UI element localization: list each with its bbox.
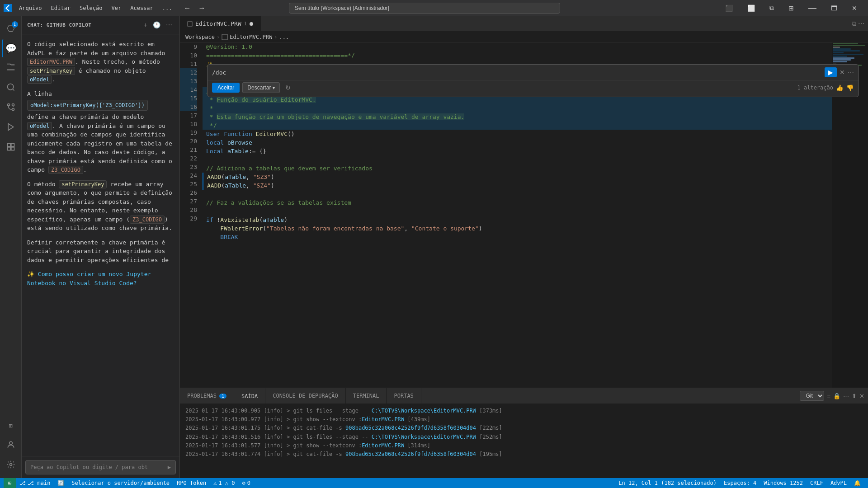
status-encoding[interactable]: Windows 1252	[760, 478, 807, 488]
terminal-close-button[interactable]: ✕	[859, 393, 864, 399]
terminal-label: TERMINAL	[353, 393, 379, 399]
title-search-input[interactable]	[289, 3, 560, 14]
status-branch[interactable]: ⎇ ⎇ main	[16, 478, 54, 488]
status-server[interactable]: Selecionar o servidor/ambiente	[68, 478, 173, 488]
terminal-tab-terminal[interactable]: TERMINAL	[346, 388, 387, 404]
maximize-button[interactable]: 🗖	[824, 0, 844, 16]
more-actions-button[interactable]: ⋯	[858, 20, 864, 27]
editor-area: EditorMVC.PRW 1 ⧉ ⋯ Workspace › EditorMV…	[180, 16, 868, 478]
chat-message-2: A linhaoModel:setPrimaryKey({'Z3_CODIGO'…	[27, 89, 174, 174]
activity-run[interactable]	[2, 119, 20, 137]
breadcrumb-workspace[interactable]: Workspace	[185, 34, 215, 40]
terminal-more-button[interactable]: ⋯	[843, 393, 849, 399]
inline-chat-input[interactable]	[212, 69, 822, 76]
nav-forward[interactable]: →	[195, 4, 208, 12]
line-num-23: 23	[180, 163, 197, 171]
inline-chat-refresh-button[interactable]: ↻	[283, 82, 293, 93]
close-button[interactable]: ✕	[844, 0, 864, 16]
status-language[interactable]: AdvPL	[827, 478, 850, 488]
menu-selecao[interactable]: Seleção	[76, 4, 106, 12]
activity-chat[interactable]: 💬	[2, 39, 20, 57]
extensions-badge: 1	[12, 21, 18, 28]
line-num-25: 25	[180, 180, 197, 188]
branch-icon: ⎇	[19, 480, 26, 486]
app-icon	[4, 4, 12, 12]
inline-chat-more[interactable]: ⋯	[848, 69, 854, 76]
status-line-ending[interactable]: CRLF	[807, 478, 827, 488]
send-icon[interactable]: ▶	[168, 464, 171, 470]
layout-button-4[interactable]: ⊞	[781, 0, 801, 16]
code-line-16: */	[203, 121, 832, 130]
inline-chat-accept-button[interactable]: Aceitar	[212, 83, 240, 93]
status-remote[interactable]: ⊞	[4, 478, 16, 488]
status-rpo[interactable]: RPO Token	[173, 478, 210, 488]
change-thumb-up[interactable]: 👍	[836, 84, 844, 91]
terminal-tab-debug-console[interactable]: CONSOLE DE DEPURAÇÃO	[265, 388, 346, 404]
nav-back[interactable]: ←	[181, 4, 193, 12]
chat-more-button[interactable]: ⋯	[164, 20, 174, 29]
status-spaces[interactable]: Espaços: 4	[720, 478, 760, 488]
run-icon	[6, 122, 15, 134]
change-count-text: 1 alteração	[797, 84, 833, 91]
status-notifications[interactable]: 🔔	[850, 478, 864, 488]
chat-history-button[interactable]: 🕐	[151, 20, 162, 29]
settings-count-icon: ⚙	[242, 480, 245, 486]
editor-tab[interactable]: EditorMVC.PRW 1	[180, 16, 261, 31]
chat-input-container[interactable]: Peça ao Copilot ou digite / para obt ▶	[25, 460, 176, 474]
svg-rect-6	[11, 143, 14, 146]
status-settings-count[interactable]: ⚙ 0	[239, 478, 254, 488]
terminal-maximize-button[interactable]: ⬆	[852, 393, 857, 399]
terminal-git-selector[interactable]: Git	[800, 391, 824, 401]
inline-chat-widget: ▶ ✕ ⋯ Aceitar Descartar ▾ ↻ 1 alteração …	[207, 64, 859, 97]
problems-label: PROBLEMAS	[187, 393, 217, 399]
menu-acessar[interactable]: Acessar	[127, 4, 157, 12]
terminal-tab-ports[interactable]: PORTAS	[387, 388, 421, 404]
line-num-20: 20	[180, 137, 197, 145]
breadcrumb-sep-1: ›	[217, 34, 220, 40]
explorer-icon	[6, 62, 16, 75]
activity-search[interactable]	[2, 79, 20, 97]
terminal-tab-output[interactable]: SAÍDA	[234, 388, 265, 404]
terminal-list-button[interactable]: ≡	[827, 393, 830, 399]
extensions2-icon	[6, 142, 15, 154]
menu-ver[interactable]: Ver	[108, 4, 125, 12]
code-setPrimaryKey: setPrimaryKey	[27, 67, 75, 75]
layout-button-2[interactable]: ⬜	[740, 0, 762, 16]
nav-buttons: ← →	[181, 4, 208, 12]
activity-extensions[interactable]: ⎔ 1	[2, 19, 20, 38]
menu-editar[interactable]: Editar	[47, 4, 74, 12]
activity-source-control[interactable]	[2, 99, 20, 117]
inline-chat-close[interactable]: ✕	[840, 69, 845, 76]
breadcrumb-file[interactable]: EditorMVC.PRW	[230, 34, 272, 40]
terminal-tab-problems[interactable]: PROBLEMAS 1	[180, 388, 234, 404]
terminal-lock-button[interactable]: 🔒	[833, 393, 840, 399]
code-line-14: *	[203, 104, 832, 113]
tab-modified-dot	[250, 22, 253, 26]
activity-remote[interactable]: ⊞	[2, 417, 20, 435]
inline-chat-submit[interactable]: ▶	[825, 67, 837, 77]
chat-new-button[interactable]: +	[142, 20, 149, 29]
svg-rect-8	[11, 147, 14, 150]
svg-point-2	[12, 108, 14, 110]
activity-extensions2[interactable]	[2, 139, 20, 157]
activity-account[interactable]	[2, 436, 20, 455]
status-cursor[interactable]: Ln 12, Col 1 (182 selecionado)	[615, 478, 720, 488]
change-thumb-down[interactable]: 👎	[846, 84, 854, 91]
activity-explorer[interactable]	[2, 59, 20, 77]
activity-settings[interactable]	[2, 456, 20, 474]
menu-arquivo[interactable]: Arquivo	[15, 4, 46, 12]
chat-suggestion-link[interactable]: ✨ Como posso criar um novo Jupyter Noteb…	[27, 270, 174, 287]
title-search[interactable]	[289, 3, 560, 14]
menu-more[interactable]: ...	[159, 4, 176, 12]
minimize-button[interactable]: —	[801, 0, 824, 16]
status-warnings[interactable]: ⚠ 1 △ 0	[210, 478, 238, 488]
split-editor-button[interactable]: ⧉	[852, 20, 856, 28]
layout-button-1[interactable]: ⬛	[718, 0, 740, 16]
inline-chat-discard-button[interactable]: Descartar ▾	[242, 82, 280, 93]
code-Z3CODIGO-1: Z3_CODIGO	[48, 166, 83, 174]
status-sync[interactable]: 🔄	[54, 478, 68, 488]
breadcrumb-more[interactable]: ...	[279, 34, 289, 40]
activity-bar: ⎔ 1 💬	[0, 16, 22, 478]
layout-button-3[interactable]: ⧉	[762, 0, 781, 16]
code-line-17: User Function EditorMVC()	[203, 130, 832, 138]
